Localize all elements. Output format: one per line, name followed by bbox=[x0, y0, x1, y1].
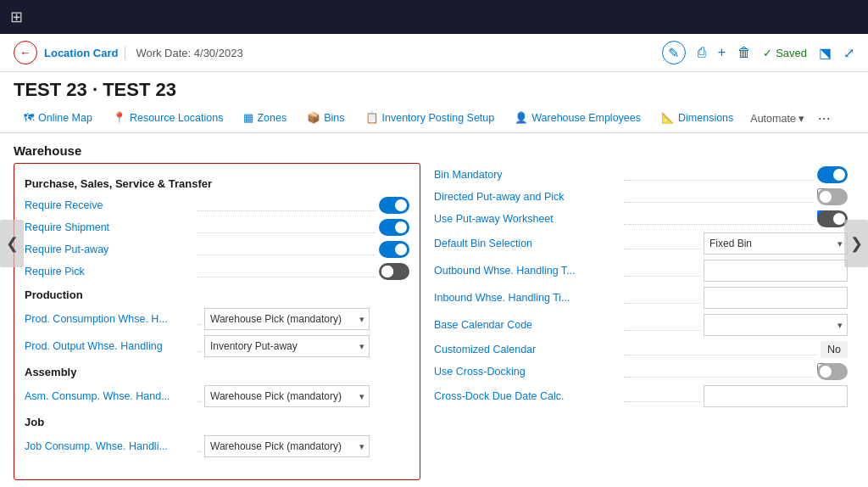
inbound-handling-input[interactable] bbox=[704, 287, 848, 309]
online-map-icon: 🗺 bbox=[24, 112, 35, 124]
tab-online-map[interactable]: 🗺 Online Map bbox=[14, 105, 103, 132]
asm-consumption-select-wrapper: Warehouse Pick (mandatory) Inventory Pic… bbox=[204, 385, 370, 407]
production-section-title: Production bbox=[25, 288, 409, 301]
use-putaway-worksheet-label: Use Put-away Worksheet bbox=[434, 213, 620, 225]
tab-warehouse-employees[interactable]: 👤 Warehouse Employees bbox=[504, 104, 651, 132]
workdate: Work Date: 4/30/2023 bbox=[132, 47, 242, 59]
left-panel: Purchase, Sales, Service & Transfer Requ… bbox=[14, 163, 420, 480]
back-icon: ← bbox=[19, 46, 31, 59]
fullscreen-button[interactable]: ⤢ bbox=[843, 45, 854, 61]
directed-putaway-label: Directed Put-away and Pick bbox=[434, 191, 620, 203]
grid-icon[interactable]: ⊞ bbox=[10, 8, 23, 26]
job-consumption-select-wrapper: Warehouse Pick (mandatory) Inventory Pic… bbox=[204, 435, 370, 457]
prod-output-select-wrapper: Inventory Put-away Warehouse Put-away No… bbox=[204, 335, 370, 357]
customized-calendar-value: No bbox=[821, 341, 848, 358]
edit-button[interactable]: ✎ bbox=[662, 41, 686, 64]
prod-consumption-label: Prod. Consumption Whse. H... bbox=[25, 313, 194, 325]
tab-resource-locations[interactable]: 📍 Resource Locations bbox=[103, 104, 233, 132]
require-pick-label: Require Pick bbox=[25, 266, 194, 277]
job-section-title: Job bbox=[25, 416, 409, 428]
back-button[interactable]: ← bbox=[14, 41, 37, 64]
require-pick-toggle[interactable] bbox=[379, 263, 409, 280]
base-calendar-code-label: Base Calendar Code bbox=[434, 319, 620, 331]
bin-mandatory-label: Bin Mandatory bbox=[434, 169, 620, 181]
saved-label: ✓ Saved bbox=[763, 47, 807, 59]
require-shipment-toggle[interactable] bbox=[379, 219, 409, 236]
warehouse-employees-icon: 👤 bbox=[515, 111, 528, 124]
resource-locations-icon: 📍 bbox=[113, 111, 126, 124]
job-consumption-label: Job Consump. Whse. Handli... bbox=[25, 440, 194, 452]
prod-consumption-select[interactable]: Warehouse Pick (mandatory) Inventory Pic… bbox=[204, 308, 370, 330]
use-putaway-worksheet-toggle[interactable] bbox=[817, 210, 848, 227]
prod-output-label: Prod. Output Whse. Handling bbox=[25, 340, 194, 352]
customized-calendar-label: Customized Calendar bbox=[434, 344, 620, 355]
require-pick-row: Require Pick bbox=[25, 263, 409, 280]
delete-button[interactable]: 🗑 bbox=[737, 45, 751, 60]
use-cross-docking-label: Use Cross-Docking bbox=[434, 366, 620, 378]
section-header: Warehouse bbox=[0, 133, 868, 163]
share-button[interactable]: ⎙ bbox=[698, 45, 706, 60]
cross-dock-due-date-row: Cross-Dock Due Date Calc. bbox=[434, 385, 854, 407]
nav-tabs: 🗺 Online Map 📍 Resource Locations ▦ Zone… bbox=[0, 104, 868, 133]
page-title: TEST 23 · TEST 23 bbox=[0, 72, 868, 104]
tab-bins[interactable]: 📦 Bins bbox=[297, 104, 354, 132]
breadcrumb: Location Card bbox=[44, 47, 125, 59]
inventory-posting-setup-icon: 📋 bbox=[365, 111, 379, 124]
tab-zones[interactable]: ▦ Zones bbox=[233, 104, 297, 132]
inbound-handling-label: Inbound Whse. Handling Ti... bbox=[434, 292, 620, 304]
outbound-handling-row: Outbound Whse. Handling T... bbox=[434, 260, 854, 282]
cross-dock-due-date-input[interactable] bbox=[704, 385, 848, 407]
base-calendar-code-row: Base Calendar Code bbox=[434, 314, 854, 336]
job-consumption-row: Job Consump. Whse. Handli... Warehouse P… bbox=[25, 435, 409, 457]
right-panel: Bin Mandatory Directed Put-away and Pick bbox=[434, 163, 854, 480]
base-calendar-code-select[interactable] bbox=[704, 314, 848, 336]
left-nav-arrow[interactable]: ❮ bbox=[0, 220, 24, 267]
require-shipment-row: Require Shipment bbox=[25, 219, 409, 236]
outbound-handling-input[interactable] bbox=[704, 260, 848, 282]
base-calendar-code-wrapper bbox=[704, 314, 848, 336]
tab-dimensions[interactable]: 📐 Dimensions bbox=[651, 104, 743, 132]
bin-mandatory-row: Bin Mandatory bbox=[434, 166, 854, 183]
asm-consumption-label: Asm. Consump. Whse. Hand... bbox=[25, 390, 194, 402]
default-bin-selection-wrapper: Fixed Bin Last-Used Bin Default Bin bbox=[704, 232, 848, 255]
use-cross-docking-row: Use Cross-Docking bbox=[434, 363, 854, 380]
prod-output-row: Prod. Output Whse. Handling Inventory Pu… bbox=[25, 335, 409, 357]
default-bin-selection-label: Default Bin Selection bbox=[434, 238, 620, 249]
tab-inventory-posting-setup[interactable]: 📋 Inventory Posting Setup bbox=[355, 104, 505, 132]
right-nav-arrow[interactable]: ❯ bbox=[844, 220, 868, 267]
require-receive-toggle[interactable] bbox=[379, 197, 409, 214]
use-cross-docking-toggle[interactable] bbox=[817, 363, 848, 380]
use-putaway-worksheet-row: Use Put-away Worksheet bbox=[434, 210, 854, 227]
automate-button[interactable]: Automate ▾ bbox=[743, 105, 811, 132]
require-receive-label: Require Receive bbox=[25, 199, 194, 211]
prod-consumption-row: Prod. Consumption Whse. H... Warehouse P… bbox=[25, 308, 409, 330]
outbound-handling-label: Outbound Whse. Handling T... bbox=[434, 265, 620, 277]
prod-output-select[interactable]: Inventory Put-away Warehouse Put-away No… bbox=[204, 335, 370, 357]
bin-mandatory-toggle[interactable] bbox=[817, 166, 848, 183]
require-putaway-row: Require Put-away bbox=[25, 241, 409, 258]
add-button[interactable]: + bbox=[718, 45, 726, 60]
dimensions-icon: 📐 bbox=[661, 111, 675, 124]
bins-icon: 📦 bbox=[307, 111, 320, 124]
asm-consumption-row: Asm. Consump. Whse. Hand... Warehouse Pi… bbox=[25, 385, 409, 407]
directed-putaway-row: Directed Put-away and Pick bbox=[434, 188, 854, 205]
zones-icon: ▦ bbox=[243, 111, 253, 124]
assembly-section-title: Assembly bbox=[25, 366, 409, 378]
expand-button[interactable]: ⬔ bbox=[819, 45, 832, 61]
chevron-down-icon: ▾ bbox=[798, 112, 804, 125]
require-putaway-label: Require Put-away bbox=[25, 244, 194, 255]
require-putaway-toggle[interactable] bbox=[379, 241, 409, 258]
require-shipment-label: Require Shipment bbox=[25, 221, 194, 233]
cross-dock-due-date-label: Cross-Dock Due Date Calc. bbox=[434, 390, 620, 402]
prod-consumption-select-wrapper: Warehouse Pick (mandatory) Inventory Pic… bbox=[204, 308, 370, 330]
job-consumption-select[interactable]: Warehouse Pick (mandatory) Inventory Pic… bbox=[204, 435, 370, 457]
directed-putaway-toggle[interactable] bbox=[817, 188, 848, 205]
require-receive-row: Require Receive bbox=[25, 197, 409, 214]
default-bin-selection-select[interactable]: Fixed Bin Last-Used Bin Default Bin bbox=[704, 232, 848, 255]
purchase-section-title: Purchase, Sales, Service & Transfer bbox=[25, 177, 409, 190]
asm-consumption-select[interactable]: Warehouse Pick (mandatory) Inventory Pic… bbox=[204, 385, 370, 407]
customized-calendar-row: Customized Calendar No bbox=[434, 341, 854, 358]
more-options-button[interactable]: ··· bbox=[811, 106, 837, 131]
default-bin-selection-row: Default Bin Selection Fixed Bin Last-Use… bbox=[434, 232, 854, 255]
inbound-handling-row: Inbound Whse. Handling Ti... bbox=[434, 287, 854, 309]
